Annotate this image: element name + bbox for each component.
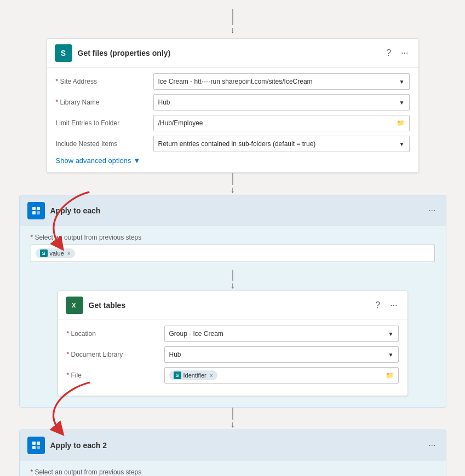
apply-each-2-body: Select an output from previous steps X v…	[20, 461, 446, 476]
apply-each-1-token: S value ×	[36, 248, 75, 258]
doc-library-value[interactable]: Hub ▼	[164, 346, 399, 363]
location-chevron: ▼	[388, 331, 394, 337]
top-connector: ↓	[231, 5, 235, 38]
get-files-actions: ? ···	[384, 47, 410, 59]
doc-library-row: Document Library Hub ▼	[67, 346, 399, 363]
sp-token-icon: S	[40, 249, 48, 257]
svg-rect-1	[37, 207, 40, 210]
show-advanced-button[interactable]: Show advanced options ▼	[56, 156, 410, 165]
file-token: S Identifier ×	[169, 370, 217, 380]
apply-each-1-header: Apply to each ···	[20, 195, 446, 226]
include-nested-row: Include Nested Items Return entries cont…	[56, 136, 410, 152]
apply-each-2-icon	[27, 437, 45, 454]
get-files-header: S Get files (properties only) ? ···	[47, 39, 418, 68]
chevron-down-icon: ▼	[134, 156, 141, 165]
limit-entries-value[interactable]: /Hub/Employee 📁	[153, 115, 410, 131]
inner-connector-1: ↓	[231, 270, 235, 291]
get-tables-card: X Get tables ? ··· Location	[58, 291, 408, 396]
get-files-help-button[interactable]: ?	[384, 47, 393, 59]
get-tables-header: X Get tables ? ···	[58, 291, 407, 320]
connector-2: ↓	[231, 408, 235, 429]
svg-rect-9	[37, 446, 40, 449]
library-name-label: Library Name	[56, 98, 149, 106]
library-name-row: Library Name Hub ▼	[56, 94, 410, 111]
svg-rect-7	[37, 442, 40, 445]
svg-rect-0	[32, 207, 36, 210]
get-tables-more-button[interactable]: ···	[388, 299, 399, 311]
location-value[interactable]: Group - Ice Cream ▼	[164, 326, 399, 342]
get-files-body: Site Address Ice Cream - htt·····run sha…	[47, 68, 418, 172]
site-address-chevron: ▼	[399, 79, 405, 85]
location-label: Location	[67, 330, 160, 338]
get-tables-body: Location Group - Ice Cream ▼ Document Li…	[58, 320, 407, 396]
include-nested-chevron: ▼	[399, 141, 405, 147]
apply-each-1-inner: ↓ X Get tables ? ···	[31, 270, 435, 396]
file-label: File	[67, 371, 160, 379]
limit-entries-row: Limit Entries to Folder /Hub/Employee 📁	[56, 115, 410, 131]
apply-each-1-output-input[interactable]: S value ×	[31, 245, 435, 262]
apply-each-2-container: Apply to each 2 ··· Select an output fro…	[19, 429, 446, 476]
get-tables-title: Get tables	[89, 301, 368, 310]
apply-each-2-more-button[interactable]: ···	[426, 439, 438, 451]
apply-each-1-more-button[interactable]: ···	[426, 205, 438, 217]
get-files-card: S Get files (properties only) ? ··· Site…	[47, 38, 419, 173]
svg-rect-3	[37, 211, 40, 214]
file-folder-icon: 📁	[386, 371, 394, 379]
doc-library-chevron: ▼	[388, 352, 394, 358]
svg-rect-8	[32, 446, 36, 449]
svg-rect-6	[32, 442, 36, 445]
apply-each-1-output-label: Select an output from previous steps	[31, 234, 435, 241]
limit-entries-label: Limit Entries to Folder	[56, 119, 149, 127]
connector-1: ↓	[231, 173, 235, 195]
file-row: File S Identifier × 📁	[67, 367, 399, 384]
sharepoint-icon: S	[55, 44, 72, 62]
file-token-close[interactable]: ×	[210, 373, 213, 379]
site-address-label: Site Address	[56, 78, 149, 85]
library-name-value[interactable]: Hub ▼	[153, 94, 410, 111]
apply-each-2-header: Apply to each 2 ···	[20, 430, 446, 461]
apply-each-2-title: Apply to each 2	[50, 441, 421, 450]
location-row: Location Group - Ice Cream ▼	[67, 326, 399, 342]
get-files-more-button[interactable]: ···	[399, 47, 410, 59]
site-address-value[interactable]: Ice Cream - htt·····run sharepoint.com/s…	[153, 73, 410, 90]
include-nested-label: Include Nested Items	[56, 140, 149, 148]
doc-library-label: Document Library	[67, 351, 160, 358]
svg-rect-2	[32, 211, 36, 214]
get-tables-help-button[interactable]: ?	[373, 299, 382, 311]
file-token-icon: S	[174, 371, 181, 379]
apply-each-1-token-close[interactable]: ×	[67, 251, 71, 257]
include-nested-value[interactable]: Return entries contained in sub-folders …	[153, 136, 410, 152]
apply-each-1-title: Apply to each	[50, 206, 421, 215]
apply-each-2-output-label: Select an output from previous steps	[31, 468, 435, 476]
svg-text:X: X	[72, 302, 76, 309]
excel-icon: X	[66, 297, 83, 314]
library-name-chevron: ▼	[399, 100, 405, 106]
apply-each-1-container: Apply to each ··· Select an output from …	[19, 195, 446, 408]
file-value[interactable]: S Identifier × 📁	[164, 367, 399, 384]
apply-each-1-body: Select an output from previous steps S v…	[20, 226, 446, 407]
folder-icon: 📁	[397, 119, 405, 127]
site-address-row: Site Address Ice Cream - htt·····run sha…	[56, 73, 410, 90]
apply-each-1-icon	[27, 202, 45, 219]
get-files-title: Get files (properties only)	[78, 49, 379, 57]
